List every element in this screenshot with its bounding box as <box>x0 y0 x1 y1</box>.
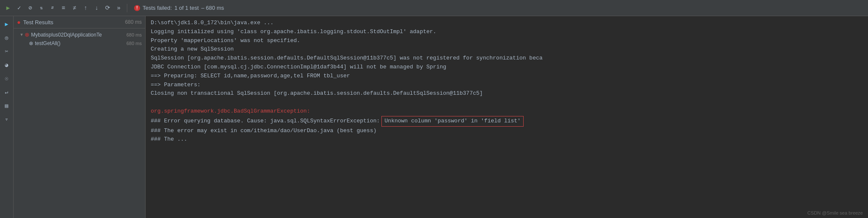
camera-icon[interactable]: ◕ <box>1 59 12 71</box>
run-sidebar-icon[interactable]: ▶ <box>1 19 12 30</box>
test-tree: ▾ ⊗ Mybatisplus02DqlApplicationTe 680 ms… <box>14 28 145 218</box>
error-prefix: ### Error querying database. Cause: java… <box>151 117 380 126</box>
test-class-time: 680 ms <box>126 32 142 37</box>
log-exception-line: org.springframework.jdbc.BadSqlGrammarEx… <box>151 107 863 116</box>
watermark: CSDN @Smile sea breeze <box>808 210 863 215</box>
main-content: ▶ ◎ ✂ ◕ ☉ ↵ ▤ ▿ ● Test Results 680 ms ▾ … <box>0 16 868 218</box>
filter-icon[interactable]: ≡ <box>59 3 68 13</box>
check-button[interactable]: ✓ <box>14 3 24 13</box>
more-icon[interactable]: » <box>114 3 123 13</box>
log-error-highlight-line: ### Error querying database. Cause: java… <box>151 116 863 127</box>
up-icon[interactable]: ↑ <box>81 3 90 13</box>
test-class-item[interactable]: ▾ ⊗ Mybatisplus02DqlApplicationTe 680 ms <box>14 30 145 39</box>
test-count: 1 of 1 test <box>175 5 199 11</box>
test-method-item[interactable]: ⊗ testGetAll() 680 ms <box>14 39 145 48</box>
status-label: Tests failed: <box>143 5 172 11</box>
toolbar: ▶ ✓ ⊘ ⇅ ⇅ ≡ ≠ ↑ ↓ ⟳ » ! Tests failed: 1 … <box>0 0 868 16</box>
log-line-6: ==> Preparing: SELECT id,name,password,a… <box>151 72 863 81</box>
sort-desc-icon[interactable]: ⇅ <box>48 3 57 13</box>
enter-icon[interactable]: ↵ <box>1 87 12 98</box>
down-icon[interactable]: ↓ <box>92 3 101 13</box>
stop-button[interactable]: ⊘ <box>26 3 35 13</box>
test-panel-header: ● Test Results 680 ms <box>14 16 145 28</box>
log-line-5: JDBC Connection [com.mysql.cj.jdbc.Conne… <box>151 63 863 72</box>
test-panel-time: 680 ms <box>125 19 142 25</box>
profile-icon[interactable]: ◎ <box>1 32 12 43</box>
test-results-panel: ● Test Results 680 ms ▾ ⊗ Mybatisplus02D… <box>14 16 146 218</box>
side-panel-icons: ▶ ◎ ✂ ◕ ☉ ↵ ▤ ▿ <box>0 16 14 218</box>
test-class-error-icon: ⊗ <box>25 31 29 38</box>
duration: – 680 ms <box>201 5 224 11</box>
test-status: ! Tests failed: 1 of 1 test – 680 ms <box>134 5 224 11</box>
log-line-1: Logging initialized using 'class org.apa… <box>151 28 863 37</box>
chevron-down-icon: ▾ <box>20 32 23 37</box>
test-method-label: testGetAll() <box>35 40 60 46</box>
grid-icon[interactable]: ▤ <box>1 100 12 111</box>
log-path-line: D:\soft\jdk1.8.0_172\bin\java.exe ... <box>151 19 863 28</box>
log-error-line2: ### The error may exist in com/itheima/d… <box>151 127 863 136</box>
test-class-label: Mybatisplus02DqlApplicationTe <box>31 32 102 38</box>
log-line-9 <box>151 98 863 107</box>
log-output-panel[interactable]: D:\soft\jdk1.8.0_172\bin\java.exe ... Lo… <box>146 16 868 218</box>
test-method-time: 680 ms <box>126 41 142 46</box>
refresh-icon[interactable]: ⟳ <box>103 3 112 13</box>
error-icon: ● <box>17 19 20 25</box>
log-error-line3: ### The ... <box>151 135 863 144</box>
error-highlight-box: Unknown column 'password' in 'field list… <box>381 116 524 127</box>
log-line-7: ==> Parameters: <box>151 81 863 90</box>
log-line-4: SqlSession [org.apache.ibatis.session.de… <box>151 54 863 63</box>
log-line-8: Closing non transactional SqlSession [or… <box>151 89 863 98</box>
run-button[interactable]: ▶ <box>3 3 13 13</box>
bookmark-icon[interactable]: ☉ <box>1 73 12 84</box>
test-panel-title: Test Results <box>23 19 53 25</box>
test-method-error-icon: ⊗ <box>29 40 33 46</box>
sort-asc-icon[interactable]: ⇅ <box>37 3 46 13</box>
log-line-2: Property 'mapperLocations' was not speci… <box>151 37 863 45</box>
scissors-icon[interactable]: ✂ <box>1 46 12 57</box>
log-line-3: Creating a new SqlSession <box>151 45 863 54</box>
error-dot-icon: ! <box>134 5 140 11</box>
pin-icon[interactable]: ▿ <box>1 114 12 125</box>
separator <box>127 4 127 12</box>
diff-icon[interactable]: ≠ <box>70 3 79 13</box>
